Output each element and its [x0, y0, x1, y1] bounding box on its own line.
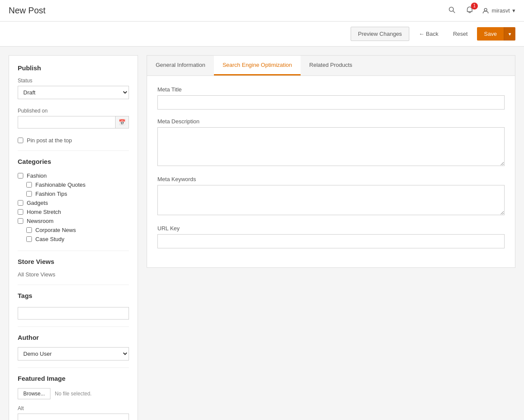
- status-label: Status: [18, 78, 129, 84]
- meta-description-label: Meta Description: [157, 118, 505, 125]
- sidebar: Publish Status Draft Published Published…: [9, 55, 138, 420]
- save-dropdown-button[interactable]: ▾: [504, 27, 515, 41]
- featured-image-browse: Browse... No file selected.: [18, 388, 129, 399]
- svg-line-1: [453, 11, 455, 13]
- seo-tab-content: Meta Title Meta Description Meta Keyword…: [147, 76, 515, 267]
- url-key-field: URL Key: [157, 225, 505, 248]
- save-wrap: Save ▾: [477, 27, 515, 41]
- main-content: Publish Status Draft Published Published…: [0, 47, 524, 420]
- category-newsroom-label: Newsroom: [27, 218, 53, 224]
- top-bar-right: 1 mirasvt ▾: [447, 4, 515, 17]
- publish-title: Publish: [18, 64, 129, 72]
- tags-title: Tags: [18, 292, 129, 299]
- category-fashion-tips: Fashion Tips: [18, 189, 129, 198]
- notification-badge: 1: [471, 3, 478, 9]
- tab-seo[interactable]: Search Engine Optimization: [214, 56, 301, 75]
- category-corporate-news-checkbox[interactable]: [26, 227, 32, 233]
- pin-post-row: Pin post at the top: [18, 137, 129, 144]
- category-fashionable-quotes-label: Fashionable Quotes: [35, 182, 85, 188]
- author-select[interactable]: Demo User: [18, 347, 129, 360]
- category-gadgets: Gadgets: [18, 198, 129, 207]
- username: mirasvt: [492, 7, 510, 14]
- category-gadgets-checkbox[interactable]: [18, 200, 23, 206]
- store-views-value: All Store Views: [18, 271, 129, 278]
- action-bar: Preview Changes ← Back Reset Save ▾: [0, 22, 524, 47]
- back-button[interactable]: ← Back: [414, 27, 444, 41]
- featured-image-title: Featured Image: [18, 375, 129, 382]
- url-key-label: URL Key: [157, 225, 505, 232]
- category-home-stretch: Home Stretch: [18, 207, 129, 216]
- calendar-icon[interactable]: 📅: [116, 116, 129, 129]
- browse-button[interactable]: Browse...: [18, 388, 50, 399]
- store-views-title: Store Views: [18, 258, 129, 265]
- notifications-wrap: 1: [464, 4, 475, 17]
- svg-point-2: [484, 8, 487, 11]
- pin-post-checkbox[interactable]: [18, 138, 23, 143]
- user-dropdown-icon: ▾: [512, 7, 515, 14]
- category-newsroom: Newsroom: [18, 216, 129, 226]
- top-bar: New Post 1 mirasvt ▾: [0, 0, 524, 22]
- category-fashion: Fashion: [18, 171, 129, 180]
- url-key-input[interactable]: [157, 234, 505, 248]
- tabs-row: General Information Search Engine Optimi…: [147, 56, 515, 76]
- reset-button[interactable]: Reset: [448, 27, 473, 41]
- user-menu[interactable]: mirasvt ▾: [482, 7, 515, 14]
- alt-field: Alt: [18, 405, 129, 420]
- meta-description-field: Meta Description: [157, 118, 505, 167]
- category-corporate-news: Corporate News: [18, 226, 129, 235]
- alt-input[interactable]: [18, 414, 129, 420]
- main-panel: General Information Search Engine Optimi…: [147, 55, 515, 268]
- category-case-study-label: Case Study: [35, 236, 64, 242]
- categories-title: Categories: [18, 158, 129, 165]
- category-newsroom-checkbox[interactable]: [18, 218, 23, 224]
- meta-keywords-label: Meta Keywords: [157, 176, 505, 182]
- divider-2: [18, 251, 129, 251]
- categories-list: Fashion Fashionable Quotes Fashion Tips …: [18, 171, 129, 244]
- published-on-input[interactable]: [18, 116, 116, 129]
- alt-label: Alt: [18, 405, 129, 411]
- divider-4: [18, 326, 129, 327]
- category-corporate-news-label: Corporate News: [35, 227, 76, 233]
- published-on-wrap: 📅: [18, 116, 129, 129]
- meta-keywords-field: Meta Keywords: [157, 176, 505, 216]
- meta-title-field: Meta Title: [157, 86, 505, 110]
- status-field: Status Draft Published: [18, 78, 129, 99]
- category-home-stretch-checkbox[interactable]: [18, 209, 23, 215]
- meta-title-input[interactable]: [157, 95, 505, 110]
- status-select[interactable]: Draft Published: [18, 86, 129, 99]
- author-title: Author: [18, 334, 129, 341]
- published-on-label: Published on: [18, 108, 129, 114]
- divider-1: [18, 150, 129, 151]
- category-fashion-checkbox[interactable]: [18, 173, 23, 179]
- tab-related-products[interactable]: Related Products: [301, 56, 361, 75]
- tab-general-information[interactable]: General Information: [147, 56, 214, 75]
- preview-changes-button[interactable]: Preview Changes: [351, 27, 409, 41]
- divider-5: [18, 367, 129, 368]
- meta-description-textarea[interactable]: [157, 127, 505, 166]
- pin-post-label: Pin post at the top: [27, 137, 72, 144]
- category-fashionable-quotes: Fashionable Quotes: [18, 180, 129, 189]
- meta-title-label: Meta Title: [157, 86, 505, 93]
- category-case-study-checkbox[interactable]: [26, 236, 32, 242]
- category-fashionable-quotes-checkbox[interactable]: [26, 182, 32, 188]
- meta-keywords-textarea[interactable]: [157, 185, 505, 215]
- category-fashion-label: Fashion: [27, 172, 47, 179]
- category-home-stretch-label: Home Stretch: [27, 209, 61, 215]
- category-fashion-tips-label: Fashion Tips: [35, 191, 67, 197]
- page-title: New Post: [9, 6, 46, 16]
- category-case-study: Case Study: [18, 235, 129, 244]
- published-on-field: Published on 📅: [18, 108, 129, 129]
- category-fashion-tips-checkbox[interactable]: [26, 191, 32, 197]
- divider-3: [18, 285, 129, 285]
- tags-input[interactable]: [18, 307, 129, 320]
- search-button[interactable]: [447, 5, 457, 17]
- no-file-label: No file selected.: [55, 391, 91, 397]
- category-gadgets-label: Gadgets: [27, 200, 48, 206]
- save-button[interactable]: Save: [477, 27, 504, 41]
